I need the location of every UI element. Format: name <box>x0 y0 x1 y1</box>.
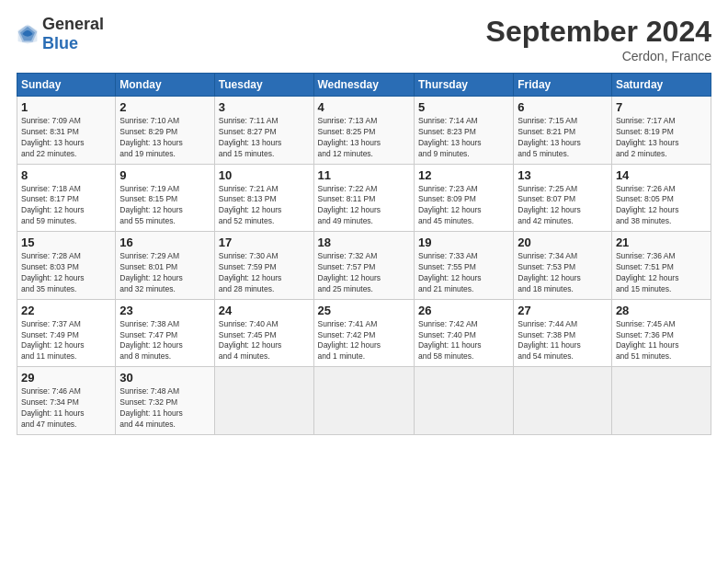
month-title: September 2024 <box>486 15 711 49</box>
calendar-cell <box>414 367 513 435</box>
day-number: 23 <box>119 304 210 317</box>
day-number: 13 <box>518 168 608 182</box>
day-number: 19 <box>418 236 509 249</box>
day-number: 28 <box>616 304 707 317</box>
day-info: Sunrise: 7:25 AM Sunset: 8:07 PM Dayligh… <box>518 184 608 228</box>
weekday-header-wednesday: Wednesday <box>313 74 414 97</box>
calendar-cell: 8Sunrise: 7:18 AM Sunset: 8:17 PM Daylig… <box>17 164 116 232</box>
calendar-cell: 18Sunrise: 7:32 AM Sunset: 7:57 PM Dayli… <box>313 232 414 300</box>
calendar-cell: 15Sunrise: 7:28 AM Sunset: 8:03 PM Dayli… <box>17 232 116 300</box>
day-info: Sunrise: 7:11 AM Sunset: 8:27 PM Dayligh… <box>219 116 310 160</box>
weekday-header-thursday: Thursday <box>414 74 513 97</box>
calendar-week-1: 1Sunrise: 7:09 AM Sunset: 8:31 PM Daylig… <box>17 97 711 165</box>
day-info: Sunrise: 7:22 AM Sunset: 8:11 PM Dayligh… <box>318 184 410 228</box>
calendar-cell <box>214 367 313 435</box>
logo: General Blue <box>17 15 104 53</box>
day-number: 18 <box>318 236 410 249</box>
calendar-cell: 16Sunrise: 7:29 AM Sunset: 8:01 PM Dayli… <box>116 232 214 300</box>
weekday-header-monday: Monday <box>116 74 214 97</box>
day-number: 30 <box>119 371 210 385</box>
calendar-cell: 3Sunrise: 7:11 AM Sunset: 8:27 PM Daylig… <box>214 97 313 165</box>
day-info: Sunrise: 7:45 AM Sunset: 7:36 PM Dayligh… <box>616 319 707 363</box>
calendar-table: SundayMondayTuesdayWednesdayThursdayFrid… <box>17 73 711 435</box>
day-number: 21 <box>616 236 707 249</box>
day-info: Sunrise: 7:30 AM Sunset: 7:59 PM Dayligh… <box>219 251 310 295</box>
day-number: 22 <box>21 304 111 317</box>
weekday-header-tuesday: Tuesday <box>214 74 313 97</box>
day-number: 12 <box>418 168 509 182</box>
weekday-header-row: SundayMondayTuesdayWednesdayThursdayFrid… <box>17 74 711 97</box>
calendar-cell: 7Sunrise: 7:17 AM Sunset: 8:19 PM Daylig… <box>611 97 711 165</box>
day-info: Sunrise: 7:09 AM Sunset: 8:31 PM Dayligh… <box>21 116 111 160</box>
calendar-cell: 30Sunrise: 7:48 AM Sunset: 7:32 PM Dayli… <box>116 367 214 435</box>
day-number: 11 <box>318 168 410 182</box>
calendar-week-3: 15Sunrise: 7:28 AM Sunset: 8:03 PM Dayli… <box>17 232 711 300</box>
calendar-cell: 6Sunrise: 7:15 AM Sunset: 8:21 PM Daylig… <box>514 97 612 165</box>
day-info: Sunrise: 7:17 AM Sunset: 8:19 PM Dayligh… <box>616 116 707 160</box>
day-info: Sunrise: 7:38 AM Sunset: 7:47 PM Dayligh… <box>119 319 210 363</box>
day-info: Sunrise: 7:40 AM Sunset: 7:45 PM Dayligh… <box>219 319 310 363</box>
day-number: 24 <box>219 304 310 317</box>
day-info: Sunrise: 7:29 AM Sunset: 8:01 PM Dayligh… <box>119 251 210 295</box>
calendar-cell <box>611 367 711 435</box>
day-info: Sunrise: 7:21 AM Sunset: 8:13 PM Dayligh… <box>219 184 310 228</box>
day-info: Sunrise: 7:44 AM Sunset: 7:38 PM Dayligh… <box>518 319 608 363</box>
day-info: Sunrise: 7:23 AM Sunset: 8:09 PM Dayligh… <box>418 184 509 228</box>
header: General Blue September 2024 Cerdon, Fran… <box>17 15 711 63</box>
calendar-cell: 26Sunrise: 7:42 AM Sunset: 7:40 PM Dayli… <box>414 299 513 367</box>
day-info: Sunrise: 7:19 AM Sunset: 8:15 PM Dayligh… <box>119 184 210 228</box>
day-number: 2 <box>119 100 210 114</box>
day-number: 14 <box>616 168 707 182</box>
day-number: 17 <box>219 236 310 249</box>
day-number: 4 <box>318 100 410 114</box>
calendar-cell: 11Sunrise: 7:22 AM Sunset: 8:11 PM Dayli… <box>313 164 414 232</box>
day-info: Sunrise: 7:34 AM Sunset: 7:53 PM Dayligh… <box>518 251 608 295</box>
calendar-cell: 9Sunrise: 7:19 AM Sunset: 8:15 PM Daylig… <box>116 164 214 232</box>
day-number: 5 <box>418 100 509 114</box>
day-number: 9 <box>119 168 210 182</box>
day-number: 25 <box>318 304 410 317</box>
calendar-cell: 4Sunrise: 7:13 AM Sunset: 8:25 PM Daylig… <box>313 97 414 165</box>
calendar-cell: 19Sunrise: 7:33 AM Sunset: 7:55 PM Dayli… <box>414 232 513 300</box>
calendar-cell: 25Sunrise: 7:41 AM Sunset: 7:42 PM Dayli… <box>313 299 414 367</box>
calendar-cell: 13Sunrise: 7:25 AM Sunset: 8:07 PM Dayli… <box>514 164 612 232</box>
calendar-cell: 17Sunrise: 7:30 AM Sunset: 7:59 PM Dayli… <box>214 232 313 300</box>
day-info: Sunrise: 7:46 AM Sunset: 7:34 PM Dayligh… <box>21 386 111 431</box>
day-number: 15 <box>21 236 111 249</box>
day-info: Sunrise: 7:14 AM Sunset: 8:23 PM Dayligh… <box>418 116 509 160</box>
calendar-cell: 10Sunrise: 7:21 AM Sunset: 8:13 PM Dayli… <box>214 164 313 232</box>
day-info: Sunrise: 7:37 AM Sunset: 7:49 PM Dayligh… <box>21 319 111 363</box>
day-number: 8 <box>21 168 111 182</box>
day-number: 27 <box>518 304 608 317</box>
logo-general: General <box>42 15 104 33</box>
day-info: Sunrise: 7:15 AM Sunset: 8:21 PM Dayligh… <box>518 116 608 160</box>
logo-icon <box>17 23 39 45</box>
calendar-cell: 27Sunrise: 7:44 AM Sunset: 7:38 PM Dayli… <box>514 299 612 367</box>
day-number: 16 <box>119 236 210 249</box>
day-number: 7 <box>616 100 707 114</box>
calendar-cell: 24Sunrise: 7:40 AM Sunset: 7:45 PM Dayli… <box>214 299 313 367</box>
calendar-cell: 1Sunrise: 7:09 AM Sunset: 8:31 PM Daylig… <box>17 97 116 165</box>
calendar-cell: 12Sunrise: 7:23 AM Sunset: 8:09 PM Dayli… <box>414 164 513 232</box>
calendar-cell: 2Sunrise: 7:10 AM Sunset: 8:29 PM Daylig… <box>116 97 214 165</box>
calendar-week-2: 8Sunrise: 7:18 AM Sunset: 8:17 PM Daylig… <box>17 164 711 232</box>
calendar-cell: 14Sunrise: 7:26 AM Sunset: 8:05 PM Dayli… <box>611 164 711 232</box>
day-info: Sunrise: 7:26 AM Sunset: 8:05 PM Dayligh… <box>616 184 707 228</box>
day-number: 1 <box>21 100 111 114</box>
weekday-header-friday: Friday <box>514 74 612 97</box>
day-number: 26 <box>418 304 509 317</box>
day-number: 20 <box>518 236 608 249</box>
day-info: Sunrise: 7:33 AM Sunset: 7:55 PM Dayligh… <box>418 251 509 295</box>
calendar-cell: 22Sunrise: 7:37 AM Sunset: 7:49 PM Dayli… <box>17 299 116 367</box>
day-info: Sunrise: 7:42 AM Sunset: 7:40 PM Dayligh… <box>418 319 509 363</box>
title-section: September 2024 Cerdon, France <box>486 15 711 63</box>
calendar-cell: 5Sunrise: 7:14 AM Sunset: 8:23 PM Daylig… <box>414 97 513 165</box>
day-number: 6 <box>518 100 608 114</box>
day-info: Sunrise: 7:36 AM Sunset: 7:51 PM Dayligh… <box>616 251 707 295</box>
day-number: 10 <box>219 168 310 182</box>
day-number: 29 <box>21 371 111 385</box>
logo-text: General Blue <box>42 15 104 53</box>
calendar-cell <box>313 367 414 435</box>
day-info: Sunrise: 7:32 AM Sunset: 7:57 PM Dayligh… <box>318 251 410 295</box>
calendar-week-5: 29Sunrise: 7:46 AM Sunset: 7:34 PM Dayli… <box>17 367 711 435</box>
